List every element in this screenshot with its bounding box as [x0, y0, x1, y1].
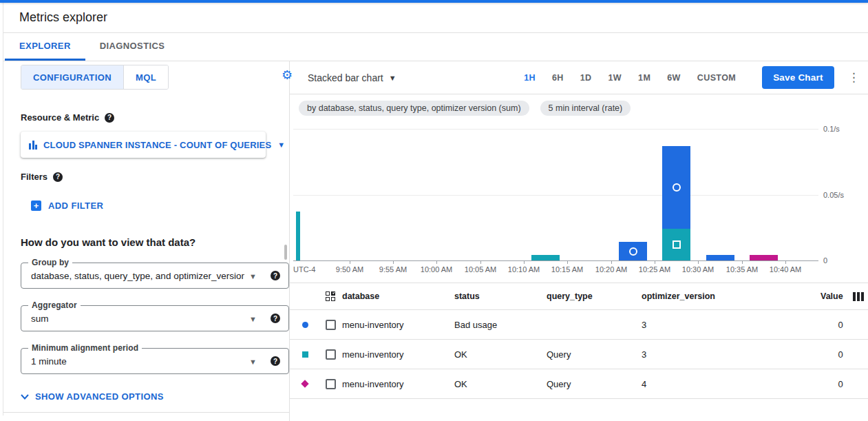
x-axis-tick [350, 261, 350, 264]
y-axis-label: 0 [823, 256, 827, 265]
field-label: Minimum alignment period [28, 343, 142, 353]
x-axis-tick [480, 261, 481, 264]
field-aggregator[interactable]: Aggregatorsum▼? [21, 305, 289, 331]
x-axis-tick [611, 261, 612, 264]
tab-explorer[interactable]: EXPLORER [5, 33, 85, 61]
series-circle-marker [302, 322, 308, 328]
table-body: menu-inventoryBad usage30menu-inventoryO… [290, 310, 868, 399]
cell-optimizer-version: 3 [642, 349, 821, 360]
plus-icon: + [31, 201, 41, 211]
range-custom-button[interactable]: CUSTOM [689, 69, 744, 87]
range-1w-button[interactable]: 1W [600, 69, 630, 87]
help-icon[interactable]: ? [53, 172, 63, 182]
table-row: menu-inventoryBad usage30 [290, 310, 868, 340]
more-options-icon[interactable]: ⋮ [844, 70, 864, 85]
range-1h-button[interactable]: 1H [516, 69, 544, 87]
bar-segment-pink [750, 255, 778, 260]
x-axis-label: 9:55 AM [379, 265, 407, 274]
series-diamond-marker [301, 380, 308, 387]
x-axis-tick [698, 261, 699, 264]
chevron-down-icon: ▼ [389, 74, 396, 82]
col-value: Value [821, 291, 843, 301]
field-label: Aggregator [28, 300, 81, 310]
metric-selector-button[interactable]: CLOUD SPANNER INSTANCE - COUNT OF QUERIE… [21, 132, 266, 158]
row-checkbox[interactable] [326, 349, 336, 360]
cell-query-type: Query [547, 379, 642, 389]
circle-marker-icon [673, 183, 681, 192]
x-axis-label: 10:15 AM [551, 265, 583, 274]
resource-metric-label: Resource & Metric ? [21, 112, 289, 123]
help-icon[interactable]: ? [271, 271, 280, 280]
metric-selector-label: CLOUD SPANNER INSTANCE - COUNT OF QUERIE… [43, 140, 271, 150]
cell-value: 0 [821, 349, 843, 360]
x-axis-label: 10:05 AM [465, 265, 496, 274]
circle-marker-icon [629, 247, 637, 256]
cell-query-type: Query [547, 349, 642, 360]
chart-chips: by database, status, query type, optimiz… [290, 94, 868, 116]
help-icon[interactable]: ? [271, 356, 280, 366]
cell-value: 0 [821, 379, 843, 389]
chevron-down-icon: ▼ [249, 272, 257, 280]
tab-diagnostics[interactable]: DIAGNOSTICS [85, 33, 180, 61]
range-6h-button[interactable]: 6H [544, 69, 572, 87]
chart-type-dropdown[interactable]: Stacked bar chart ▼ [308, 72, 396, 83]
panel-bottom-divider [3, 412, 289, 413]
bar-segment-teal [296, 212, 300, 260]
columns-icon[interactable] [853, 292, 868, 301]
save-chart-button[interactable]: Save Chart [762, 66, 834, 89]
scrollbar-thumb[interactable] [284, 245, 287, 260]
chevron-down-icon: ▼ [249, 315, 257, 323]
add-filter-button[interactable]: + ADD FILTER [31, 201, 103, 211]
x-axis-tick [524, 261, 525, 264]
x-axis-label: 10:40 AM [770, 265, 801, 274]
table-row: menu-inventoryOKQuery40 [290, 369, 868, 399]
x-axis-label: 10:30 AM [682, 265, 714, 274]
field-value: database, status, query_type, and optimi… [31, 271, 244, 281]
bar-segment-teal [531, 255, 560, 260]
show-advanced-options-link[interactable]: SHOW ADVANCED OPTIONS [21, 391, 164, 402]
view-data-heading: How do you want to view that data? [21, 236, 289, 248]
x-axis-tick [567, 261, 568, 264]
filters-label: Filters ? [21, 172, 289, 182]
x-axis-label: 10:25 AM [639, 265, 670, 274]
chart-panel: Stacked bar chart ▼ 1H6H1D1W1M6WCUSTOM S… [290, 61, 868, 421]
x-axis-tick [742, 261, 743, 264]
range-6w-button[interactable]: 6W [659, 69, 689, 87]
field-minimum-alignment-period[interactable]: Minimum alignment period1 minute▼? [21, 348, 289, 374]
range-1d-button[interactable]: 1D [572, 69, 600, 87]
series-table: database status query_type optimizer_ver… [290, 283, 868, 399]
time-range-group: 1H6H1D1W1M6WCUSTOM [516, 69, 744, 87]
x-axis-tick [655, 261, 655, 264]
chart-toolbar: Stacked bar chart ▼ 1H6H1D1W1M6WCUSTOM S… [290, 61, 868, 94]
x-axis-line [293, 260, 818, 261]
mode-configuration-button[interactable]: CONFIGURATION [21, 65, 123, 89]
configuration-panel: CONFIGURATIONMQL ⚙ Resource & Metric ? C… [3, 61, 290, 421]
help-icon[interactable]: ? [271, 314, 280, 323]
square-marker-icon [673, 240, 681, 249]
mode-mql-button[interactable]: MQL [123, 65, 168, 89]
gridline [293, 195, 818, 196]
field-group-by[interactable]: Group bydatabase, status, query_type, an… [21, 263, 289, 289]
mode-toggle: CONFIGURATIONMQL [21, 65, 169, 90]
select-all-icon[interactable] [326, 291, 335, 301]
x-axis-label: 10:20 AM [595, 265, 627, 274]
chevron-down-icon [21, 394, 29, 400]
x-axis-timezone-label: UTC-4 [293, 265, 315, 274]
cell-optimizer-version: 3 [642, 320, 821, 330]
row-checkbox[interactable] [326, 379, 336, 389]
col-query-type: query_type [547, 291, 642, 301]
cell-status: Bad usage [454, 320, 547, 330]
page-title: Metrics explorer [19, 10, 107, 25]
cell-optimizer-version: 4 [642, 379, 821, 389]
bar-segment-blue [706, 255, 734, 260]
cell-database: menu-inventory [342, 349, 454, 360]
row-checkbox[interactable] [326, 320, 336, 330]
chevron-down-icon: ▼ [249, 358, 257, 366]
range-1m-button[interactable]: 1M [630, 69, 659, 87]
field-value: sum [31, 314, 49, 324]
help-icon[interactable]: ? [105, 113, 114, 123]
top-accent-bar [0, 0, 868, 3]
field-label: Group by [28, 258, 72, 267]
cell-database: menu-inventory [342, 379, 454, 389]
cell-status: OK [454, 379, 547, 389]
